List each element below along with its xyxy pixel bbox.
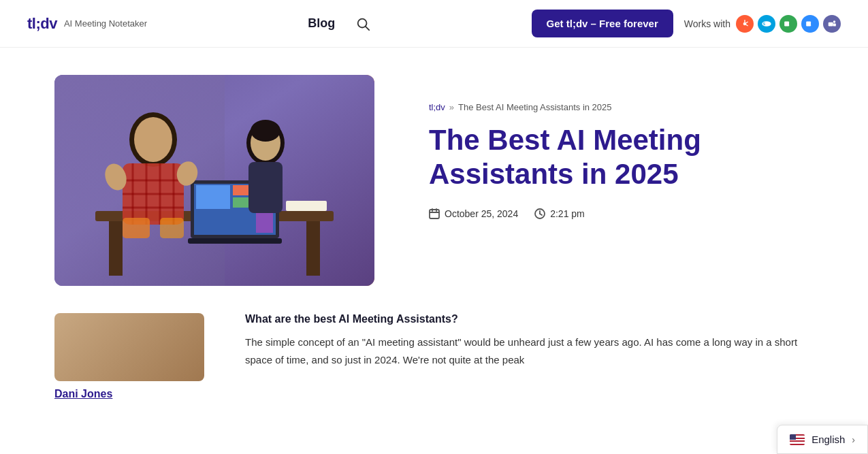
article-meta: October 25, 2024 2:21 pm <box>429 208 814 219</box>
svg-point-13 <box>833 20 836 22</box>
language-label: English <box>811 434 845 445</box>
header-nav: Blog <box>308 16 370 31</box>
header-actions: Get tl;dv – Free forever Works with S <box>532 10 841 37</box>
svg-rect-22 <box>196 185 230 209</box>
google-meet-icon <box>779 15 797 33</box>
svg-line-5 <box>746 25 748 26</box>
svg-rect-27 <box>286 201 327 211</box>
chevron-right-icon: › <box>852 434 855 445</box>
article-date: October 25, 2024 <box>429 208 518 219</box>
article-title: The Best AI Meeting Assistants in 2025 <box>429 123 814 192</box>
svg-rect-18 <box>109 221 123 276</box>
article-time: 2:21 pm <box>534 208 585 219</box>
svg-rect-46 <box>430 210 439 218</box>
nav-blog-link[interactable]: Blog <box>308 16 335 31</box>
time-text: 2:21 pm <box>550 208 585 219</box>
svg-marker-9 <box>789 21 792 26</box>
svg-point-39 <box>134 117 172 162</box>
article-section: tl;dv » The Best AI Meeting Assistants i… <box>54 75 814 286</box>
works-with-area: Works with S <box>684 15 841 33</box>
bottom-section: Dani Jones What are the best AI Meeting … <box>54 313 814 400</box>
calendar-icon <box>429 208 440 219</box>
svg-marker-11 <box>811 21 814 26</box>
article-intro: The simple concept of an "AI meeting ass… <box>245 334 814 368</box>
works-with-label: Works with <box>684 18 730 29</box>
svg-point-43 <box>251 120 280 142</box>
article-image <box>54 75 374 286</box>
svg-rect-26 <box>188 238 282 244</box>
breadcrumb-current: The Best AI Meeting Assistants in 2025 <box>458 102 611 112</box>
svg-rect-10 <box>806 21 811 26</box>
main-content: tl;dv » The Best AI Meeting Assistants i… <box>0 48 868 427</box>
integration-icons: S <box>736 15 841 33</box>
logo-tagline: AI Meeting Notetaker <box>64 18 147 29</box>
site-header: tl;dv AI Meeting Notetaker Blog Get tl;d… <box>0 0 868 48</box>
breadcrumb-separator: » <box>449 102 454 112</box>
svg-rect-12 <box>829 22 833 26</box>
svg-line-52 <box>540 214 542 215</box>
svg-rect-14 <box>833 23 836 26</box>
search-icon <box>355 16 370 31</box>
teams-icon <box>823 15 841 33</box>
clock-icon <box>534 208 545 219</box>
hubspot-icon <box>736 15 754 33</box>
svg-line-4 <box>746 22 748 23</box>
breadcrumb-home[interactable]: tl;dv <box>429 102 445 112</box>
author-section: Dani Jones <box>54 313 204 400</box>
zoom-icon <box>801 15 819 33</box>
breadcrumb: tl;dv » The Best AI Meeting Assistants i… <box>429 102 814 112</box>
date-text: October 25, 2024 <box>445 208 518 219</box>
search-button[interactable] <box>355 16 370 31</box>
salesforce-icon: S <box>758 15 775 33</box>
svg-rect-44 <box>123 218 150 238</box>
svg-rect-8 <box>784 21 789 26</box>
flag-icon <box>790 434 805 445</box>
author-image <box>54 313 204 381</box>
svg-rect-45 <box>160 218 184 238</box>
svg-line-1 <box>366 27 369 30</box>
article-image-placeholder <box>54 75 374 286</box>
logo-text: tl;dv <box>27 15 57 33</box>
logo-area: tl;dv AI Meeting Notetaker <box>27 15 147 33</box>
svg-rect-41 <box>248 162 283 213</box>
article-info: tl;dv » The Best AI Meeting Assistants i… <box>429 75 814 219</box>
article-body: What are the best AI Meeting Assistants?… <box>245 313 814 368</box>
language-switcher[interactable]: English › <box>777 425 868 454</box>
cta-button[interactable]: Get tl;dv – Free forever <box>532 10 673 37</box>
author-name[interactable]: Dani Jones <box>54 388 112 400</box>
svg-rect-19 <box>306 221 320 276</box>
article-question: What are the best AI Meeting Assistants? <box>245 313 814 325</box>
